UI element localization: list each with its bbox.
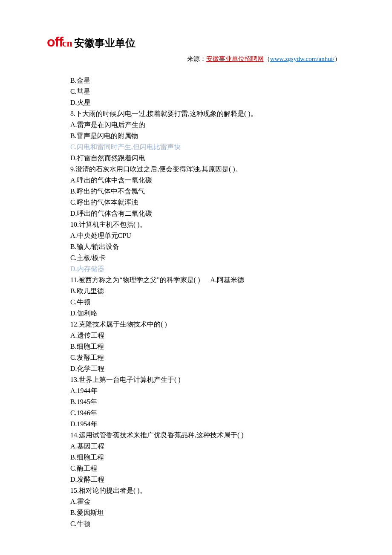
source-label: 来源： xyxy=(187,55,206,62)
text-line: B.细胞工程 xyxy=(70,341,345,352)
text-line: A.遗传工程 xyxy=(70,330,345,341)
text-line: A.基因工程 xyxy=(70,441,345,452)
text-line: C.主板/板卡 xyxy=(70,252,345,263)
logo-text-cn: 安徽事业单位 xyxy=(74,36,135,50)
text-line: A.1944年 xyxy=(70,385,345,396)
source-site-name[interactable]: 安徽事业单位招聘网 xyxy=(206,55,264,62)
text-line: D.1954年 xyxy=(70,419,345,430)
text-line: 9.澄清的石灰水用口吹过之后,便会变得浑浊,其原因是( )。 xyxy=(70,164,345,175)
text-line: C.1946年 xyxy=(70,408,345,419)
logo-text-swoosh: cn xyxy=(62,38,72,49)
text-line: B.爱因斯坦 xyxy=(70,507,345,518)
text-line: A.中央处理单元CPU xyxy=(70,230,345,241)
paren-close: ） xyxy=(334,55,341,62)
text-line: D.伽利略 xyxy=(70,308,345,319)
text-line: C.呼出的气体本就浑浊 xyxy=(70,197,345,208)
text-line: 13.世界上第一台电子计算机产生于( ) xyxy=(70,374,345,385)
text-line: 8.下大雨的时候,闪电一过,接着就要打雷,这种现象的解释是( )。 xyxy=(70,108,345,119)
text-line: B.输人/输出设备 xyxy=(70,241,345,252)
text-line: D.呼出的气体含有二氧化碳 xyxy=(70,208,345,219)
text-line: C.发酵工程 xyxy=(70,352,345,363)
text-line: B.呼出的气体中不含氯气 xyxy=(70,186,345,197)
site-logo: offcn 安徽事业单位 xyxy=(47,34,345,50)
paren-open: （ xyxy=(264,55,270,62)
text-line: D.打雷自然而然跟着闪电 xyxy=(70,153,345,164)
text-line: B.金星 xyxy=(70,75,345,86)
text-line: 11.被西方称之为“物理学之父”的科学家是( ) A.阿基米德 xyxy=(70,275,345,286)
text-line: C.闪电和雷同时产生,但闪电比雷声快 xyxy=(70,142,345,153)
text-line: C.牛顿 xyxy=(70,297,345,308)
text-line: B.雷声是闪电的附属物 xyxy=(70,130,345,142)
text-line: 10.计算机主机不包括( )。 xyxy=(70,219,345,230)
text-line: A.霍金 xyxy=(70,496,345,507)
logo-text-off: off xyxy=(47,34,63,50)
text-line: C.彗星 xyxy=(70,86,345,97)
text-line: D.化学工程 xyxy=(70,363,345,374)
text-line: 12.克隆技术属于生物技术中的( ) xyxy=(70,319,345,330)
text-line: B.1945年 xyxy=(70,396,345,408)
text-line: C.酶工程 xyxy=(70,463,345,474)
text-line: C.牛顿 xyxy=(70,518,345,529)
document-body: B.金星C.彗星D.火星8.下大雨的时候,闪电一过,接着就要打雷,这种现象的解释… xyxy=(47,75,345,529)
text-line: 15.相对论的提出者是( )。 xyxy=(70,485,345,496)
text-line: A.呼出的气体中含一氧化碳 xyxy=(70,175,345,186)
text-line: A.雷声是在闪电后产生的 xyxy=(70,119,345,130)
source-line: 来源：安徽事业单位招聘网（www.zgsydw.com/anhui/） xyxy=(47,55,345,63)
text-line: B.细胞工程 xyxy=(70,452,345,463)
text-line: B.欧几里德 xyxy=(70,286,345,297)
source-url-link[interactable]: www.zgsydw.com/anhui/ xyxy=(270,55,334,62)
text-line: 14.运用试管香蕉技术来推广优良香蕉品种,这种技术属于( ) xyxy=(70,430,345,441)
text-line: D.火星 xyxy=(70,97,345,108)
text-line: D.发酵工程 xyxy=(70,474,345,485)
text-line: D.内存储器 xyxy=(70,263,345,275)
document-page: offcn 安徽事业单位 来源：安徽事业单位招聘网（www.zgsydw.com… xyxy=(0,0,392,555)
